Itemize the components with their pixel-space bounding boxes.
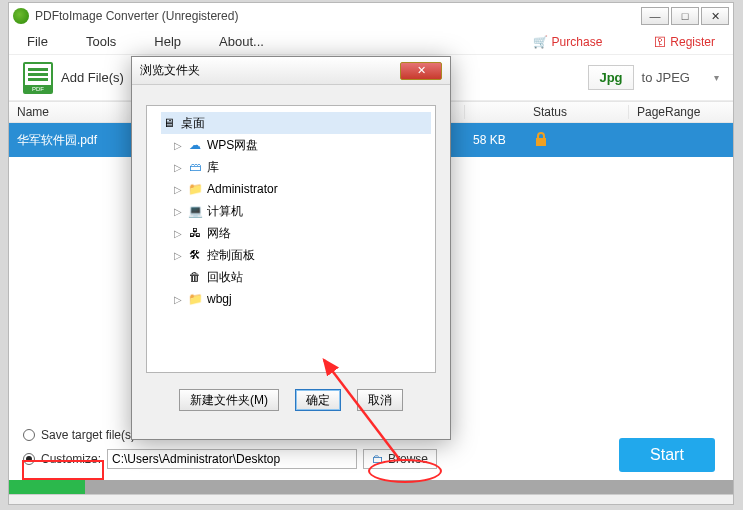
app-icon bbox=[13, 8, 29, 24]
control-panel-icon: 🛠 bbox=[187, 248, 203, 262]
cloud-icon: ☁ bbox=[187, 138, 203, 152]
register-link[interactable]: ⚿ Register bbox=[654, 35, 715, 49]
add-file-label: Add File(s) bbox=[61, 70, 124, 85]
file-name: 华军软件园.pdf bbox=[17, 132, 97, 149]
computer-icon: 💻 bbox=[187, 204, 203, 218]
menu-file[interactable]: File bbox=[27, 34, 48, 49]
minimize-button[interactable]: — bbox=[641, 7, 669, 25]
folder-tree[interactable]: 🖥 桌面 ▷ ☁ WPS网盘 ▷ 🗃 库 ▷ 📁 Administrator ▷… bbox=[146, 105, 436, 373]
library-icon: 🗃 bbox=[187, 160, 203, 174]
progress-fill bbox=[9, 480, 85, 494]
cancel-button[interactable]: 取消 bbox=[357, 389, 403, 411]
start-button[interactable]: Start bbox=[619, 438, 715, 472]
format-label: to JPEG bbox=[642, 70, 690, 85]
ok-button[interactable]: 确定 bbox=[295, 389, 341, 411]
status-strip bbox=[9, 494, 733, 504]
maximize-button[interactable]: □ bbox=[671, 7, 699, 25]
tree-node-library[interactable]: ▷ 🗃 库 bbox=[173, 156, 431, 178]
network-icon: 🖧 bbox=[187, 226, 203, 240]
chevron-down-icon: ▾ bbox=[714, 72, 719, 83]
desktop-icon: 🖥 bbox=[161, 116, 177, 130]
key-icon: ⚿ bbox=[654, 35, 666, 49]
tree-node-control-panel[interactable]: ▷ 🛠 控制面板 bbox=[173, 244, 431, 266]
dialog-close-button[interactable]: ✕ bbox=[400, 62, 442, 80]
cart-icon: 🛒 bbox=[533, 35, 548, 49]
tree-node-admin[interactable]: ▷ 📁 Administrator bbox=[173, 178, 431, 200]
lock-icon bbox=[533, 131, 549, 147]
expander-icon[interactable]: ▷ bbox=[173, 294, 183, 305]
folder-icon: 🗀 bbox=[372, 452, 384, 466]
format-chip: Jpg bbox=[588, 65, 633, 90]
expander-icon[interactable]: ▷ bbox=[173, 162, 183, 173]
menu-help[interactable]: Help bbox=[154, 34, 181, 49]
dialog-title: 浏览文件夹 bbox=[140, 62, 200, 79]
expander-icon[interactable]: ▷ bbox=[173, 250, 183, 261]
dialog-titlebar: 浏览文件夹 ✕ bbox=[132, 57, 450, 85]
recycle-bin-icon: 🗑 bbox=[187, 270, 203, 284]
col-range[interactable]: PageRange bbox=[629, 105, 733, 119]
tree-node-computer[interactable]: ▷ 💻 计算机 bbox=[173, 200, 431, 222]
radio-save-source-label: Save target file(s) bbox=[41, 428, 135, 442]
expander-icon[interactable]: ▷ bbox=[173, 140, 183, 151]
tree-node-recycle[interactable]: 🗑 回收站 bbox=[173, 266, 431, 288]
tree-node-wps[interactable]: ▷ ☁ WPS网盘 bbox=[173, 134, 431, 156]
tree-node-desktop[interactable]: 🖥 桌面 bbox=[161, 112, 431, 134]
tree-node-network[interactable]: ▷ 🖧 网络 bbox=[173, 222, 431, 244]
col-status[interactable]: Status bbox=[525, 105, 629, 119]
expander-icon[interactable]: ▷ bbox=[173, 206, 183, 217]
browse-button[interactable]: 🗀 Browse bbox=[363, 449, 437, 469]
pdf-file-icon bbox=[23, 62, 53, 94]
radio-save-source[interactable] bbox=[23, 429, 35, 441]
radio-customize[interactable] bbox=[23, 453, 35, 465]
purchase-link[interactable]: 🛒 Purchase bbox=[533, 35, 603, 49]
user-folder-icon: 📁 bbox=[187, 182, 203, 196]
dialog-buttons: 新建文件夹(M) 确定 取消 bbox=[132, 383, 450, 421]
new-folder-button[interactable]: 新建文件夹(M) bbox=[179, 389, 279, 411]
window-title: PDFtoImage Converter (Unregistered) bbox=[35, 9, 639, 23]
radio-customize-label: Customize: bbox=[41, 452, 101, 466]
path-input[interactable] bbox=[107, 449, 357, 469]
menu-tools[interactable]: Tools bbox=[86, 34, 116, 49]
progress-bar bbox=[9, 480, 733, 494]
titlebar: PDFtoImage Converter (Unregistered) — □ … bbox=[9, 3, 733, 29]
folder-icon: 📁 bbox=[187, 292, 203, 306]
file-size: 58 KB bbox=[465, 133, 525, 147]
tree-node-wbgj[interactable]: ▷ 📁 wbgj bbox=[173, 288, 431, 310]
menu-about[interactable]: About... bbox=[219, 34, 264, 49]
browse-folder-dialog: 浏览文件夹 ✕ 🖥 桌面 ▷ ☁ WPS网盘 ▷ 🗃 库 ▷ 📁 Adminis… bbox=[131, 56, 451, 440]
expander-icon[interactable]: ▷ bbox=[173, 184, 183, 195]
expander-icon[interactable]: ▷ bbox=[173, 228, 183, 239]
format-selector[interactable]: Jpg to JPEG ▾ bbox=[588, 65, 719, 90]
menubar: File Tools Help About... 🛒 Purchase ⚿ Re… bbox=[9, 29, 733, 55]
close-button[interactable]: ✕ bbox=[701, 7, 729, 25]
add-file-button[interactable]: Add File(s) bbox=[23, 62, 124, 94]
